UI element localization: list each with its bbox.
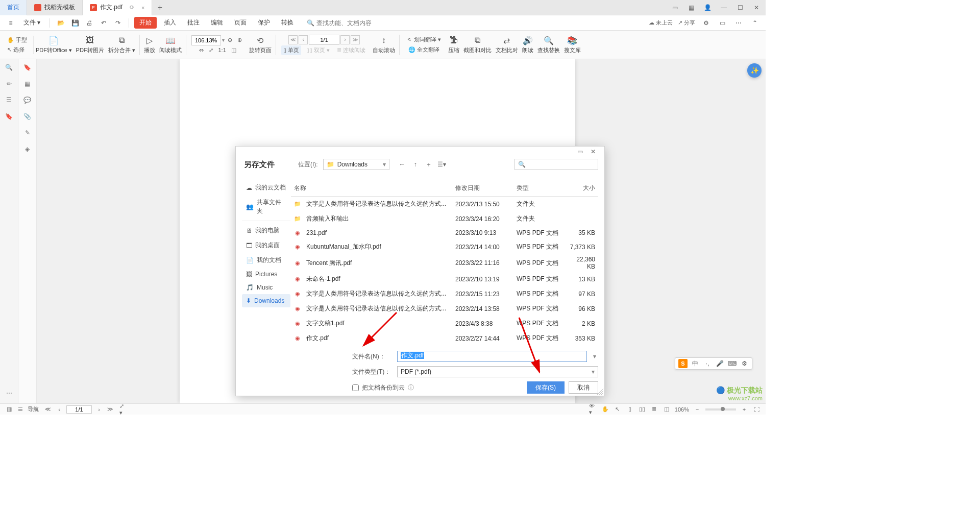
zoom-area-icon[interactable]: ◫ [229, 46, 238, 55]
file-row[interactable]: 📁音频输入和输出2023/3/24 16:20文件夹 [291, 211, 598, 226]
file-row[interactable]: ◉Tencent 腾讯.pdf2023/3/22 11:16WPS PDF 文档… [291, 254, 598, 272]
backup-checkbox[interactable] [352, 384, 359, 391]
sidebar-shared[interactable]: 👥共享文件夹 [242, 195, 290, 219]
more-tools-icon[interactable]: ⋯ [4, 388, 14, 398]
resize-handle-icon[interactable] [597, 389, 603, 395]
dialog-minimize-icon[interactable]: ▭ [575, 147, 585, 157]
zoom-slider[interactable] [705, 408, 736, 411]
share-button[interactable]: ↗分享 [678, 19, 695, 27]
protect-tab[interactable]: 保护 [254, 16, 274, 29]
col-name[interactable]: 名称 [291, 182, 452, 194]
full-translate[interactable]: 🌐 全文翻译 [406, 45, 442, 55]
close-tab-icon[interactable]: × [141, 5, 144, 11]
save-button[interactable]: 保存(S) [527, 381, 565, 394]
find-replace[interactable]: 🔍查找替换 [535, 34, 562, 55]
sb-next-icon[interactable]: › [95, 405, 103, 414]
thumbnail-icon[interactable]: ▦ [22, 79, 33, 89]
col-size[interactable]: 大小 [565, 182, 598, 194]
sidebar-computer[interactable]: 🖥我的电脑 [242, 223, 290, 238]
redo-icon[interactable]: ↷ [112, 17, 124, 29]
dialog-search[interactable]: 🔍 [514, 159, 598, 170]
user-avatar-icon[interactable]: 👤 [701, 2, 714, 14]
convert-tab[interactable]: 转换 [277, 16, 298, 29]
pdf-to-office[interactable]: 📄PDF转Office ▾ [34, 34, 74, 55]
edit-tab[interactable]: 编辑 [207, 16, 227, 29]
zoom-input[interactable] [191, 35, 221, 45]
prev-page-icon[interactable]: ‹ [299, 35, 308, 44]
fit-page-icon[interactable]: ⤢ [207, 46, 215, 55]
grid-icon[interactable]: ▦ [685, 2, 697, 14]
form-icon[interactable]: ☰ [4, 95, 14, 105]
tab-document[interactable]: P 作文.pdf ⟳ × [83, 0, 152, 15]
ime-keyboard-icon[interactable]: ⌨ [727, 359, 737, 368]
cancel-button[interactable]: 取消 [569, 381, 598, 394]
sidebar-desktop[interactable]: 🗔我的桌面 [242, 238, 290, 253]
file-row[interactable]: ◉231.pdf2023/3/10 9:13WPS PDF 文档35 KB [291, 226, 598, 239]
print-icon[interactable]: 🖨 [84, 17, 95, 29]
sb-zoomfit-icon[interactable]: ◫ [663, 405, 671, 414]
file-row[interactable]: ◉文字文稿1.pdf2023/4/3 8:38WPS PDF 文档2 KB [291, 316, 598, 331]
add-tab-button[interactable]: + [152, 3, 167, 12]
single-page[interactable]: ▯ 单页 [281, 45, 301, 55]
continuous-read[interactable]: ≣ 连续阅读 [335, 45, 368, 55]
attachment-icon[interactable]: 📎 [22, 111, 33, 122]
feature-search[interactable]: 🔍 [307, 19, 398, 27]
last-page-icon[interactable]: ≫ [351, 35, 360, 44]
fit-width-icon[interactable]: ⇔ [197, 46, 206, 55]
view-options-icon[interactable]: ☰▾ [437, 160, 447, 169]
back-icon[interactable]: ← [398, 160, 407, 169]
rotate-page[interactable]: ⟲旋转页面 [247, 34, 274, 55]
sidebar-pictures[interactable]: 🖼Pictures [242, 268, 290, 281]
ime-punct-icon[interactable]: ·, [703, 359, 712, 368]
sb-fullscreen-icon[interactable]: ⛶ [752, 405, 761, 414]
ime-voice-icon[interactable]: 🎤 [715, 359, 724, 368]
page-tab[interactable]: 页面 [230, 16, 251, 29]
ime-lang[interactable]: 中 [691, 359, 700, 368]
nav-icon[interactable]: ☰ [16, 405, 24, 414]
undo-icon[interactable]: ↶ [98, 17, 109, 29]
read-mode[interactable]: 📖阅读模式 [157, 34, 184, 55]
screenshot-compare[interactable]: ⧉截图和对比 [461, 34, 494, 55]
sb-zoom-out-icon[interactable]: − [693, 405, 701, 414]
actual-size-icon[interactable]: 1:1 [216, 46, 228, 54]
dialog-close-icon[interactable]: ✕ [588, 147, 598, 157]
layers-icon[interactable]: ◈ [22, 144, 33, 154]
open-icon[interactable]: 📂 [55, 17, 66, 29]
sb-prev-icon[interactable]: ‹ [55, 405, 63, 414]
stamp-icon[interactable]: 🔖 [4, 111, 14, 122]
up-icon[interactable]: ↑ [411, 160, 420, 169]
sb-double-icon[interactable]: ▯▯ [638, 405, 646, 414]
save-icon[interactable]: 💾 [69, 17, 81, 29]
document-canvas[interactable]: ✨ ▭ ✕ 另存文件 位置(I): 📁 Downloads ▾ [37, 59, 766, 403]
file-list-header[interactable]: 名称 修改日期 类型 大小 [291, 180, 598, 197]
bookmark-icon[interactable]: 🔖 [22, 62, 33, 73]
collapse-ribbon-icon[interactable]: ⌃ [749, 17, 761, 29]
ime-settings-icon[interactable]: ⚙ [740, 359, 749, 368]
sync-icon[interactable]: ⟳ [130, 4, 134, 11]
sb-zoom-in-icon[interactable]: + [740, 405, 748, 414]
filename-input[interactable]: 作文.pdf [397, 351, 587, 362]
location-select[interactable]: 📁 Downloads ▾ [323, 159, 389, 170]
file-menu[interactable]: 文件 ▾ [19, 16, 44, 29]
zoom-in-icon[interactable]: ⊕ [235, 36, 244, 44]
zoom-out-icon[interactable]: ⊖ [226, 36, 234, 44]
minimize-button[interactable]: — [718, 2, 730, 14]
maximize-button[interactable]: ☐ [734, 2, 746, 14]
more-icon[interactable]: ⋯ [733, 17, 744, 29]
file-row[interactable]: 📁文字是人类用符号记录表达信息以传之久远的方式...2023/2/13 15:5… [291, 197, 598, 211]
hand-tool[interactable]: ✋手型 [5, 36, 29, 44]
sidebar-downloads[interactable]: ⬇Downloads [242, 294, 290, 307]
page-input[interactable] [309, 35, 339, 45]
search-library[interactable]: 📚搜文库 [562, 34, 583, 55]
cloud-status[interactable]: ☁未上云 [649, 19, 673, 27]
sb-single-icon[interactable]: ▯ [626, 405, 634, 414]
file-row[interactable]: ◉KubuntuManual_加水印.pdf2023/2/14 14:00WPS… [291, 239, 598, 254]
insert-tab[interactable]: 插入 [160, 16, 180, 29]
layout-icon[interactable]: ▭ [669, 2, 681, 14]
sidebar-mydocs[interactable]: 📄我的文档 [242, 253, 290, 268]
compress[interactable]: 🗜压缩 [446, 34, 461, 55]
first-page-icon[interactable]: ≪ [288, 35, 298, 44]
annotate-tab[interactable]: 批注 [183, 16, 204, 29]
hamburger-icon[interactable]: ≡ [5, 17, 16, 29]
file-row[interactable]: ◉未命名-1.pdf2023/2/10 13:19WPS PDF 文档13 KB [291, 272, 598, 286]
